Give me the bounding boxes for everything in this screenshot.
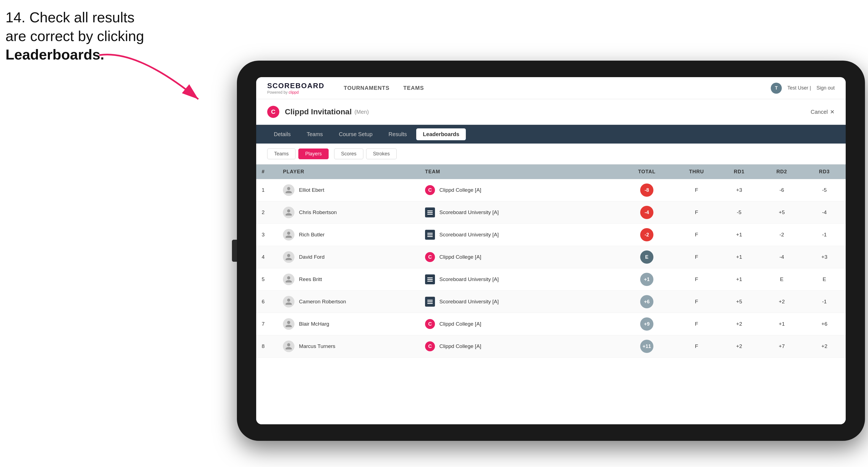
- sub-nav: Details Teams Course Setup Results Leade…: [256, 125, 846, 144]
- sign-out-link[interactable]: Sign out: [816, 85, 835, 91]
- col-rd1: RD1: [718, 164, 761, 179]
- filter-bar: Teams Players Scores Strokes: [256, 144, 846, 164]
- cell-thru: F: [675, 201, 718, 224]
- cell-rd1: +3: [718, 179, 761, 201]
- logo-text: SCOREBOARD: [267, 82, 324, 90]
- cell-rank: 6: [256, 291, 277, 313]
- player-avatar: [283, 229, 294, 241]
- cell-rd3: +2: [803, 335, 846, 357]
- cell-rd3: -1: [803, 291, 846, 313]
- cell-rd3: -4: [803, 201, 846, 224]
- instruction-text: 14. Check all results are correct by cli…: [5, 8, 144, 64]
- player-avatar: [283, 251, 294, 263]
- cell-team: CClippd College [A]: [420, 313, 618, 335]
- cell-player: David Ford: [277, 246, 420, 268]
- table-row: 1 Elliot Ebert CClippd College [A]-8F+3-…: [256, 179, 846, 201]
- cell-thru: F: [675, 335, 718, 357]
- table-row: 5 Rees Britt Scoreboard University [A]+1…: [256, 268, 846, 291]
- col-thru: THRU: [675, 164, 718, 179]
- top-nav: SCOREBOARD Powered by clippd TOURNAMENTS…: [256, 77, 846, 99]
- player-avatar: [283, 318, 294, 330]
- team-logo-scoreboard: [425, 274, 435, 284]
- tournament-type: (Men): [354, 109, 369, 115]
- tab-teams[interactable]: Teams: [300, 128, 330, 140]
- cell-rd1: +1: [718, 268, 761, 291]
- tab-results[interactable]: Results: [382, 128, 413, 140]
- cell-player: Chris Robertson: [277, 201, 420, 224]
- tablet-frame: SCOREBOARD Powered by clippd TOURNAMENTS…: [237, 61, 865, 441]
- cell-thru: F: [675, 291, 718, 313]
- cell-player: Cameron Robertson: [277, 291, 420, 313]
- player-avatar: [283, 341, 294, 352]
- cell-rd2: +7: [761, 335, 803, 357]
- cell-player: Marcus Turners: [277, 335, 420, 357]
- cell-thru: F: [675, 224, 718, 246]
- player-avatar: [283, 296, 294, 308]
- table-row: 2 Chris Robertson Scoreboard University …: [256, 201, 846, 224]
- cell-thru: F: [675, 179, 718, 201]
- cell-rd3: -5: [803, 179, 846, 201]
- cell-total: -8: [618, 179, 675, 201]
- cell-rd1: +1: [718, 224, 761, 246]
- col-rank: #: [256, 164, 277, 179]
- filter-teams-button[interactable]: Teams: [267, 149, 296, 159]
- nav-teams[interactable]: TEAMS: [403, 83, 424, 93]
- team-logo-clippd: C: [425, 319, 435, 329]
- table-row: 7 Blair McHarg CClippd College [A]+9F+2+…: [256, 313, 846, 335]
- cell-rank: 7: [256, 313, 277, 335]
- cell-player: Blair McHarg: [277, 313, 420, 335]
- tournament-header: C Clippd Invitational (Men) Cancel ✕: [256, 99, 846, 125]
- cell-thru: F: [675, 268, 718, 291]
- cell-player: Rees Britt: [277, 268, 420, 291]
- cell-total: +11: [618, 335, 675, 357]
- tab-course-setup[interactable]: Course Setup: [332, 128, 379, 140]
- team-logo-scoreboard: [425, 297, 435, 307]
- filter-strokes-button[interactable]: Strokes: [366, 149, 397, 159]
- cell-rd1: +2: [718, 313, 761, 335]
- cell-player: Rich Butler: [277, 224, 420, 246]
- cell-total: +6: [618, 291, 675, 313]
- tab-leaderboards[interactable]: Leaderboards: [416, 128, 466, 140]
- user-avatar: T: [771, 83, 782, 94]
- cell-rd3: +6: [803, 313, 846, 335]
- tab-details[interactable]: Details: [267, 128, 297, 140]
- table-row: 3 Rich Butler Scoreboard University [A]-…: [256, 224, 846, 246]
- cell-rd2: +2: [761, 291, 803, 313]
- team-logo-scoreboard: [425, 208, 435, 217]
- cell-rank: 2: [256, 201, 277, 224]
- tablet-screen: SCOREBOARD Powered by clippd TOURNAMENTS…: [256, 77, 846, 424]
- logo-area: SCOREBOARD Powered by clippd: [267, 82, 324, 94]
- player-avatar: [283, 184, 294, 196]
- col-total: TOTAL: [618, 164, 675, 179]
- cell-thru: F: [675, 313, 718, 335]
- cell-rd1: -5: [718, 201, 761, 224]
- cell-rank: 5: [256, 268, 277, 291]
- filter-players-button[interactable]: Players: [298, 149, 329, 159]
- cell-rd3: -1: [803, 224, 846, 246]
- cell-team: Scoreboard University [A]: [420, 291, 618, 313]
- cell-rd3: +3: [803, 246, 846, 268]
- cancel-button[interactable]: Cancel ✕: [811, 108, 835, 115]
- nav-right: T Test User | Sign out: [771, 83, 835, 94]
- cell-total: +1: [618, 268, 675, 291]
- cell-total: +9: [618, 313, 675, 335]
- leaderboard-table: # PLAYER TEAM TOTAL THRU RD1 RD2 RD3 1: [256, 164, 846, 424]
- tournament-name: Clippd Invitational: [285, 107, 352, 116]
- cell-rank: 8: [256, 335, 277, 357]
- team-logo-clippd: C: [425, 185, 435, 195]
- cell-rd2: E: [761, 268, 803, 291]
- cell-rd2: -6: [761, 179, 803, 201]
- cell-rd1: +2: [718, 335, 761, 357]
- filter-scores-button[interactable]: Scores: [334, 149, 363, 159]
- cell-rd1: +1: [718, 246, 761, 268]
- nav-user-label: Test User |: [787, 85, 811, 91]
- logo-sub: Powered by clippd: [267, 90, 324, 94]
- col-team: TEAM: [420, 164, 618, 179]
- cell-rank: 3: [256, 224, 277, 246]
- col-rd2: RD2: [761, 164, 803, 179]
- cell-rd2: +1: [761, 313, 803, 335]
- nav-tournaments[interactable]: TOURNAMENTS: [344, 83, 390, 93]
- cell-rd1: +5: [718, 291, 761, 313]
- cell-player: Elliot Ebert: [277, 179, 420, 201]
- team-logo-clippd: C: [425, 252, 435, 262]
